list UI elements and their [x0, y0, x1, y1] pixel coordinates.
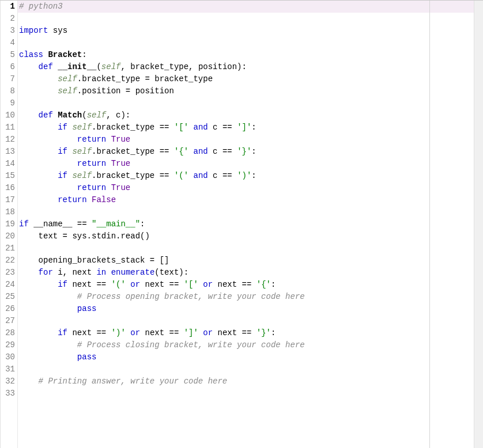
- token: [19, 74, 58, 83]
- code-line[interactable]: # Printing answer, write your code here: [18, 375, 483, 388]
- token: if: [58, 171, 67, 180]
- code-line[interactable]: return False: [18, 194, 483, 206]
- token: return: [77, 159, 106, 168]
- token: next ==: [213, 280, 256, 289]
- line-number: 13: [1, 146, 15, 158]
- line-number: 17: [1, 194, 15, 206]
- token: [19, 292, 77, 301]
- token: or: [203, 280, 213, 289]
- token: True: [111, 159, 131, 168]
- token: pass: [77, 304, 97, 313]
- code-line[interactable]: [18, 37, 483, 49]
- code-line[interactable]: self.bracket_type = bracket_type: [18, 73, 483, 85]
- line-number: 23: [1, 267, 15, 279]
- code-line[interactable]: return True: [18, 134, 483, 146]
- code-line[interactable]: def Match(self, c):: [18, 109, 483, 122]
- token: for: [39, 268, 53, 277]
- code-line[interactable]: self.position = position: [18, 85, 483, 97]
- code-line[interactable]: pass: [18, 303, 483, 315]
- token: next ==: [140, 328, 184, 337]
- token: [19, 268, 39, 277]
- token: return: [77, 183, 106, 192]
- code-line[interactable]: # python3: [18, 1, 483, 13]
- code-editor[interactable]: 1234567891011121314151617181920212223242…: [0, 1, 483, 448]
- code-line[interactable]: if __name__ == "__main__":: [18, 218, 483, 230]
- token: ']': [184, 328, 198, 337]
- code-line[interactable]: opening_brackets_stack = []: [18, 255, 483, 267]
- token: :: [251, 123, 256, 132]
- line-number: 31: [1, 363, 15, 375]
- code-line[interactable]: [18, 13, 483, 25]
- token: next ==: [140, 280, 184, 289]
- token: __init__: [58, 62, 96, 71]
- line-number: 7: [1, 73, 15, 85]
- code-line[interactable]: [18, 388, 483, 400]
- code-line[interactable]: pass: [18, 351, 483, 363]
- line-number: 5: [1, 49, 15, 61]
- line-number: 20: [1, 230, 15, 242]
- token: [19, 183, 77, 192]
- token: self: [87, 111, 107, 120]
- code-line[interactable]: # Process opening bracket, write your co…: [18, 291, 483, 303]
- token: '}': [256, 328, 271, 337]
- token: c ==: [208, 147, 237, 156]
- line-number: 32: [1, 375, 15, 388]
- token: .bracket_type ==: [92, 123, 174, 132]
- token: :: [271, 280, 276, 289]
- line-number: 11: [1, 122, 15, 134]
- code-line[interactable]: [18, 363, 483, 375]
- token: next ==: [67, 328, 111, 337]
- token: (text):: [154, 268, 188, 277]
- code-line[interactable]: class Bracket:: [18, 49, 483, 61]
- token: [106, 159, 111, 168]
- token: and: [194, 147, 208, 156]
- line-number: 14: [1, 158, 15, 170]
- token: enumerate: [111, 268, 155, 277]
- token: [19, 280, 58, 289]
- code-line[interactable]: for i, next in enumerate(text):: [18, 267, 483, 279]
- code-line[interactable]: [18, 206, 483, 218]
- code-line[interactable]: def __init__(self, bracket_type, positio…: [18, 61, 483, 73]
- token: def: [39, 62, 53, 71]
- code-line[interactable]: return True: [18, 158, 483, 170]
- token: self: [72, 147, 92, 156]
- token: ')': [111, 328, 126, 337]
- line-number: 4: [1, 37, 15, 49]
- token: [19, 123, 58, 132]
- code-line[interactable]: [18, 97, 483, 109]
- token: # Process closing bracket, write your co…: [77, 340, 305, 350]
- code-line[interactable]: [18, 242, 483, 255]
- code-line[interactable]: if self.bracket_type == '{' and c == '}'…: [18, 146, 483, 158]
- code-line[interactable]: if next == ')' or next == ']' or next ==…: [18, 327, 483, 339]
- line-number: 24: [1, 279, 15, 291]
- token: in: [96, 268, 106, 277]
- code-line[interactable]: import sys: [18, 25, 483, 37]
- token: [106, 135, 111, 144]
- line-number: 28: [1, 327, 15, 339]
- code-line[interactable]: [18, 315, 483, 327]
- token: '{': [256, 280, 271, 289]
- token: [106, 268, 111, 277]
- line-number: 3: [1, 25, 15, 37]
- token: , bracket_type, position):: [120, 62, 246, 71]
- vertical-scrollbar[interactable]: [474, 1, 483, 448]
- code-line[interactable]: if self.bracket_type == '(' and c == ')'…: [18, 170, 483, 182]
- code-line[interactable]: if next == '(' or next == '[' or next ==…: [18, 279, 483, 291]
- line-number: 2: [1, 13, 15, 25]
- token: '{': [174, 147, 188, 156]
- code-line[interactable]: if self.bracket_type == '[' and c == ']'…: [18, 122, 483, 134]
- code-area[interactable]: # python3import sysclass Bracket: def __…: [18, 1, 483, 448]
- token: return: [77, 135, 106, 144]
- token: [19, 340, 77, 350]
- code-line[interactable]: return True: [18, 182, 483, 194]
- line-number-gutter: 1234567891011121314151617181920212223242…: [1, 1, 18, 448]
- token: self: [58, 86, 77, 96]
- code-line[interactable]: # Process closing bracket, write your co…: [18, 339, 483, 351]
- token: pass: [77, 352, 97, 362]
- token: '[': [174, 123, 188, 132]
- token: [19, 328, 58, 337]
- token: if: [58, 280, 67, 289]
- token: if: [19, 219, 29, 229]
- code-line[interactable]: text = sys.stdin.read(): [18, 230, 483, 242]
- token: '(': [111, 280, 126, 289]
